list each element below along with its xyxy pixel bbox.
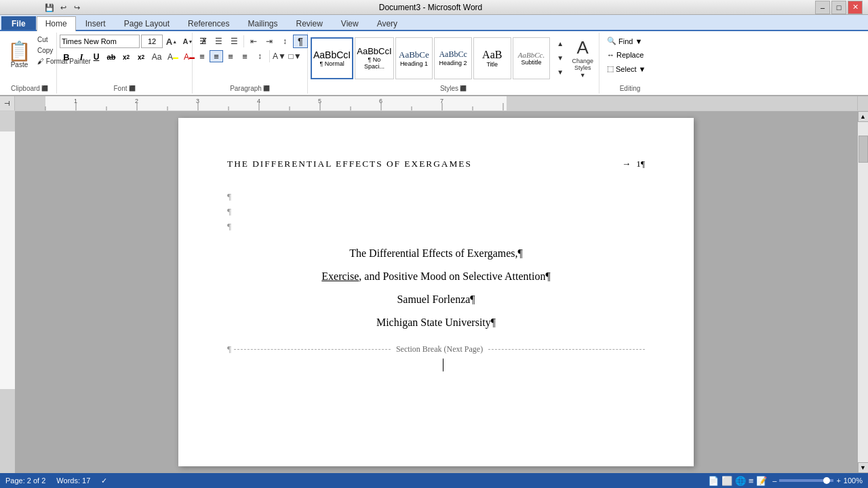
numbering-button[interactable]: ☰ — [211, 35, 226, 48]
scroll-up-button[interactable]: ▲ — [858, 111, 869, 122]
clipboard-expander[interactable]: ⬛ — [41, 85, 48, 92]
styles-group: AaBbCcI ¶ Normal AaBbCcI ¶ No Spaci... A… — [308, 33, 599, 94]
subscript-button[interactable]: x2 — [119, 51, 133, 63]
tab-view[interactable]: View — [332, 16, 368, 30]
scroll-thumb[interactable] — [859, 136, 868, 163]
text-case-button[interactable]: Aa — [149, 50, 164, 64]
para-mark-3: ¶ — [227, 220, 645, 232]
tab-references[interactable]: References — [179, 16, 238, 30]
font-expander[interactable]: ⬛ — [129, 85, 136, 92]
replace-button[interactable]: ↔ Replace — [602, 49, 648, 61]
superscript-button[interactable]: x2 — [134, 51, 148, 63]
ruler-bg: 1 2 3 4 5 6 7 — [15, 96, 857, 111]
underline-button[interactable]: U — [90, 51, 103, 63]
decrease-indent-button[interactable]: ⇤ — [246, 35, 261, 48]
section-break-right-line — [488, 349, 645, 350]
proofing-icon[interactable]: ✓ — [101, 476, 107, 485]
view-outline-icon[interactable]: ≡ — [749, 476, 754, 486]
style-heading1[interactable]: AaBbCe Heading 1 — [395, 37, 433, 79]
font-grow-button[interactable]: A▲ — [164, 35, 179, 48]
align-center-button[interactable]: ≡ — [210, 50, 223, 62]
tab-home[interactable]: Home — [37, 16, 76, 31]
section-break-left-line — [234, 349, 391, 350]
page-header: THE DIFFERENTIAL EFFECTS OF EXERGAMES → … — [227, 159, 645, 169]
change-styles-button[interactable]: A ChangeStyles ▼ — [569, 37, 596, 79]
styles-scroll-up[interactable]: ▲ — [553, 37, 568, 51]
styles-scroll-down[interactable]: ▼ — [553, 52, 568, 65]
vertical-scrollbar[interactable]: ▲ ▼ — [857, 111, 868, 473]
sort-button[interactable]: ↕ — [277, 35, 292, 48]
tab-review[interactable]: Review — [287, 16, 331, 30]
close-button[interactable]: ✕ — [848, 1, 863, 14]
tab-page-layout[interactable]: Page Layout — [115, 16, 178, 30]
zoom-track[interactable] — [779, 479, 833, 482]
tab-insert[interactable]: Insert — [77, 16, 115, 30]
word-count: Words: 17 — [56, 476, 90, 485]
strikethrough-button[interactable]: ab — [104, 51, 118, 63]
view-normal-icon[interactable]: 📄 — [708, 476, 719, 486]
multilevel-button[interactable]: ☰ — [226, 35, 241, 48]
svg-rect-1 — [15, 96, 45, 111]
document-content[interactable]: The Differential Effects of Exergames,¶ … — [227, 243, 645, 359]
tab-avery[interactable]: Avery — [368, 16, 406, 30]
document-page[interactable]: THE DIFFERENTIAL EFFECTS OF EXERGAMES → … — [178, 118, 694, 466]
select-button[interactable]: ⬚ Select ▼ — [602, 62, 650, 75]
font-name-input[interactable] — [60, 35, 140, 48]
text-highlight-button[interactable]: A▬ — [165, 50, 180, 64]
tab-mailings[interactable]: Mailings — [239, 16, 286, 30]
doc-author-line: Samuel Forlenza¶ — [227, 289, 645, 310]
status-right: 📄 ⬜ 🌐 ≡ 📝 – + 100% — [708, 476, 863, 486]
line-spacing-button[interactable]: ↕ — [252, 49, 267, 63]
svg-text:5: 5 — [318, 98, 321, 104]
align-left-button[interactable]: ≡ — [195, 50, 209, 62]
quick-access-toolbar: 💾 ↩ ↪ — [41, 0, 85, 15]
font-size-input[interactable] — [141, 35, 163, 48]
scroll-track[interactable] — [858, 122, 869, 462]
show-hide-button[interactable]: ¶ — [293, 35, 308, 48]
minimize-button[interactable]: – — [815, 1, 830, 14]
page-container: THE DIFFERENTIAL EFFECTS OF EXERGAMES → … — [15, 111, 857, 473]
ruler-align-button[interactable]: ⊣ — [0, 96, 15, 111]
tab-file[interactable]: File — [1, 16, 36, 30]
undo-button[interactable]: ↩ — [57, 1, 69, 14]
bold-button[interactable]: B — [60, 51, 73, 63]
doc-title-line: The Differential Effects of Exergames,¶ — [227, 243, 645, 264]
style-title[interactable]: AaB Title — [473, 37, 511, 79]
styles-expander[interactable]: ⬛ — [460, 85, 467, 92]
find-button[interactable]: 🔍 Find ▼ — [602, 35, 647, 47]
zoom-in-button[interactable]: + — [836, 476, 840, 485]
borders-button[interactable]: □▼ — [288, 49, 302, 63]
paragraph-expander[interactable]: ⬛ — [263, 85, 270, 92]
shading-button[interactable]: A▼ — [272, 49, 287, 63]
replace-icon: ↔ — [607, 51, 614, 59]
doc-subtitle-rest: , and Positive Mood on Selective Attenti… — [359, 270, 550, 282]
italic-button[interactable]: I — [75, 51, 88, 63]
increase-indent-button[interactable]: ⇥ — [262, 35, 277, 48]
svg-text:7: 7 — [440, 98, 443, 104]
style-normal[interactable]: AaBbCcI ¶ Normal — [311, 37, 353, 79]
zoom-level[interactable]: 100% — [844, 476, 863, 485]
ruler-area: ⊣ 1 2 3 4 — [0, 96, 868, 111]
zoom-out-button[interactable]: – — [772, 476, 776, 485]
view-fullscreen-icon[interactable]: ⬜ — [722, 476, 732, 486]
bullets-button[interactable]: ☰ — [195, 35, 210, 48]
paragraph-group: ☰ ☰ ☰ ⇤ ⇥ ↕ ¶ ≡ ≡ ≡ ≡ ↕ A▼ □▼ Paragraph — [193, 33, 308, 94]
view-web-icon[interactable]: 🌐 — [735, 476, 746, 486]
align-right-button[interactable]: ≡ — [224, 50, 237, 62]
header-arrow: → — [622, 159, 631, 169]
left-ruler-ticks — [0, 111, 15, 488]
style-subtitle[interactable]: AaBbCc. Subtitle — [513, 37, 551, 79]
redo-button[interactable]: ↪ — [71, 1, 83, 14]
styles-more[interactable]: ▼ — [553, 66, 568, 79]
editing-label: Editing — [620, 85, 641, 92]
style-heading2[interactable]: AaBbCc Heading 2 — [434, 37, 472, 79]
save-qat-button[interactable]: 💾 — [43, 1, 56, 14]
scroll-down-button[interactable]: ▼ — [858, 462, 869, 473]
maximize-button[interactable]: □ — [831, 1, 846, 14]
paste-button[interactable]: 📋 Paste — [5, 35, 33, 75]
doc-institution-line: Michigan State University¶ — [227, 312, 645, 333]
justify-button[interactable]: ≡ — [238, 50, 252, 62]
view-draft-icon[interactable]: 📝 — [756, 476, 767, 486]
style-no-spacing[interactable]: AaBbCcI ¶ No Spaci... — [355, 37, 393, 79]
header-title: THE DIFFERENTIAL EFFECTS OF EXERGAMES — [227, 159, 472, 169]
